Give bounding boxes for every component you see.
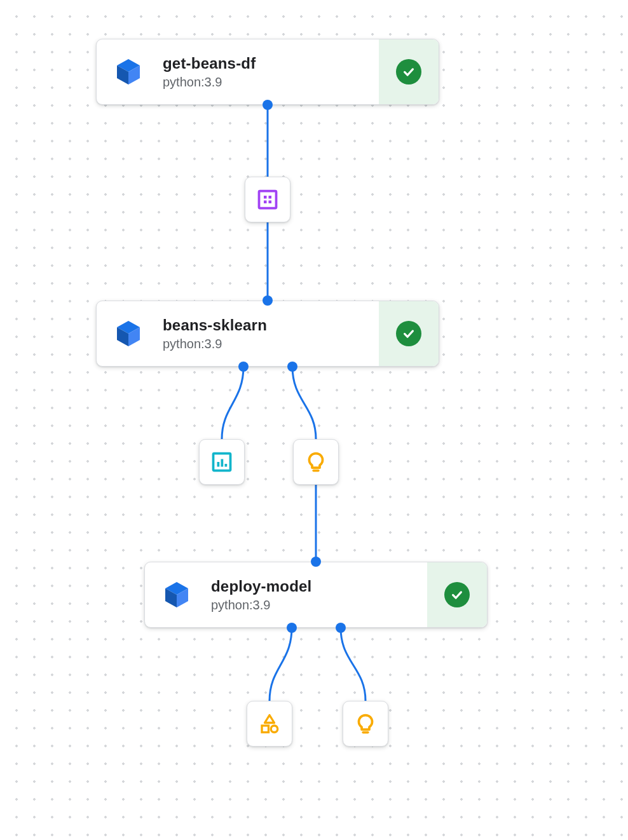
port[interactable]	[336, 623, 346, 633]
artifact-endpoint[interactable]	[247, 701, 292, 747]
pipeline-canvas[interactable]: get-beans-df python:3.9 beans-sklearn py…	[0, 0, 628, 840]
node-title: get-beans-df	[163, 55, 379, 72]
dataset-icon	[256, 188, 279, 211]
node-status	[379, 39, 439, 104]
node-status	[427, 562, 487, 627]
svg-rect-8	[225, 464, 228, 467]
endpoint-icon	[258, 712, 281, 735]
svg-rect-6	[217, 462, 220, 467]
model-icon	[354, 712, 377, 735]
cube-icon	[113, 318, 144, 349]
model-icon	[304, 450, 327, 473]
node-title: beans-sklearn	[163, 316, 379, 334]
cube-icon	[113, 57, 144, 87]
svg-rect-2	[269, 196, 272, 199]
port[interactable]	[287, 623, 297, 633]
pipeline-node-get-beans-df[interactable]: get-beans-df python:3.9	[96, 39, 439, 105]
edge	[341, 628, 365, 701]
port[interactable]	[311, 557, 321, 567]
success-icon	[444, 582, 470, 607]
port[interactable]	[287, 362, 297, 372]
cube-icon	[161, 579, 192, 610]
pipeline-node-beans-sklearn[interactable]: beans-sklearn python:3.9	[96, 301, 439, 367]
metrics-icon	[210, 450, 233, 473]
svg-rect-4	[269, 201, 272, 204]
node-title: deploy-model	[211, 578, 427, 595]
edge	[292, 367, 316, 439]
component-icon	[97, 39, 160, 104]
port[interactable]	[263, 100, 273, 110]
artifact-model[interactable]	[293, 439, 339, 485]
artifact-model[interactable]	[343, 701, 388, 747]
port[interactable]	[263, 295, 273, 306]
edge-layer	[0, 0, 628, 840]
edge	[222, 367, 243, 439]
component-icon	[97, 301, 160, 366]
artifact-dataset[interactable]	[245, 177, 290, 222]
port[interactable]	[238, 362, 249, 372]
node-subtitle: python:3.9	[163, 337, 379, 351]
node-status	[379, 301, 439, 366]
node-text: deploy-model python:3.9	[208, 562, 427, 627]
edge	[270, 628, 292, 701]
component-icon	[145, 562, 208, 627]
artifact-metrics[interactable]	[199, 439, 245, 485]
node-text: get-beans-df python:3.9	[160, 39, 379, 104]
svg-rect-1	[264, 196, 267, 199]
success-icon	[396, 59, 421, 85]
svg-rect-7	[221, 459, 224, 467]
svg-rect-10	[262, 726, 269, 733]
node-text: beans-sklearn python:3.9	[160, 301, 379, 366]
pipeline-node-deploy-model[interactable]: deploy-model python:3.9	[144, 562, 488, 628]
svg-point-11	[271, 726, 278, 733]
success-icon	[396, 321, 421, 346]
svg-rect-3	[264, 201, 267, 204]
svg-rect-0	[259, 191, 276, 208]
node-subtitle: python:3.9	[211, 598, 427, 613]
node-subtitle: python:3.9	[163, 75, 379, 90]
